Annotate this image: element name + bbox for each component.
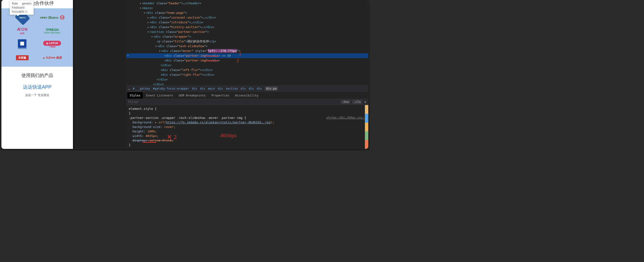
logo-aeon: ÆON永旺 — [9, 27, 36, 35]
crumb-section[interactable]: section — [226, 87, 238, 90]
logo-jingkelong: 京客隆 — [9, 54, 36, 62]
inspector-tooltip: Rolegeneric Keyboard-focusable — [10, 1, 34, 15]
styles-rules[interactable]: element.style { } styles.c92c…330ac.css:… — [126, 105, 368, 149]
logo-bravo: 永辉超市 Bravo YH — [39, 13, 65, 22]
cls-toggle[interactable]: .cls — [352, 100, 362, 104]
crumb-div[interactable]: div — [248, 87, 254, 90]
annotation-multiply-2: ✕ 2 — [167, 135, 177, 139]
tab-accessibility[interactable]: Accessibility — [232, 92, 261, 99]
tooltip-focus-label: Keyboard-focusable — [12, 6, 25, 13]
breadcrumb-dots-icon: … — [127, 52, 129, 57]
product-title: 使用我们的产品 — [4, 72, 70, 79]
crumb-gatsby[interactable]: #___gatsby — [133, 87, 150, 90]
logo-lotus: ◎ LOTUS卜蜂莲花 — [39, 40, 65, 48]
tooltip-role-value: generic — [22, 2, 32, 6]
partners-grid: Sam's 永辉超市 Bravo YH ÆON永旺 7FRESH京东旗下美食生鲜… — [2, 9, 73, 64]
tab-event-listeners[interactable]: Event Listeners — [144, 92, 176, 99]
hov-toggle[interactable]: :hov — [341, 100, 350, 104]
logo-inzone: ▲ InZone 银座 — [39, 54, 65, 62]
annotation-underline-2 — [206, 60, 218, 61]
product-area: 使用我们的产品 达达快送APP 达达一下 专业速达 — [2, 67, 73, 103]
crumb-div[interactable]: div — [257, 87, 262, 90]
app-window: 我们的合作伙伴 Sam's 永辉超市 Bravo YH ÆON永旺 7FRESH… — [2, 0, 368, 149]
styles-pane: Styles Event Listeners DOM Breakpoints P… — [126, 92, 368, 149]
product-subtitle: 达达一下 专业速达 — [4, 93, 70, 97]
stylesheet-link[interactable]: styles.c92c…330ac.css:7 — [326, 116, 366, 120]
crumb-div[interactable]: div — [200, 87, 205, 90]
annotation-number-1: 1 — [239, 51, 242, 56]
logo-7fresh: 7FRESH京东旗下美食生鲜超市 — [39, 27, 65, 35]
tab-dom-breakpoints[interactable]: DOM Breakpoints — [176, 92, 208, 99]
crumb-main[interactable]: main — [208, 87, 215, 90]
styles-tabs: Styles Event Listeners DOM Breakpoints P… — [126, 92, 368, 99]
crumb-div[interactable]: div — [241, 87, 246, 90]
new-style-rule-button[interactable]: + — [364, 100, 366, 104]
devtools-pane: ▸<header class="header">…</header> ▾<mai… — [126, 0, 368, 149]
annotation-neg-8050: -8050px — [219, 133, 237, 138]
elements-dom-tree[interactable]: ▸<header class="header">…</header> ▾<mai… — [126, 0, 368, 85]
rendered-page-pane: 我们的合作伙伴 Sam's 永辉超市 Bravo YH ÆON永旺 7FRESH… — [2, 0, 74, 149]
annotation-strike-display — [142, 142, 156, 143]
logo-parknshop: PARKnSHOP — [9, 40, 36, 48]
page-surface: 我们的合作伙伴 Sam's 永辉超市 Bravo YH ÆON永旺 7FRESH… — [2, 0, 73, 149]
annotation-underline-1 — [206, 56, 218, 56]
styles-filter-row: :hov .cls + — [126, 99, 368, 105]
partners-area: Sam's 永辉超市 Bravo YH ÆON永旺 7FRESH京东旗下美食生鲜… — [2, 8, 73, 67]
annotation-number-2: 2 — [236, 58, 239, 63]
styles-filter-input[interactable] — [126, 100, 339, 104]
logo-sams: Sam's — [9, 13, 36, 22]
crumb-focus-wrapper[interactable]: #gatsby-focus-wrapper — [153, 87, 189, 90]
breadcrumb-trail[interactable]: … #___gatsby #gatsby-focus-wrapper div d… — [126, 85, 368, 92]
crumb-div[interactable]: div — [218, 87, 223, 90]
inline-style-highlight: left: -278.775px — [208, 49, 237, 53]
dark-gap — [74, 0, 126, 149]
crumb-div[interactable]: div — [192, 87, 197, 90]
overview-palette — [365, 105, 368, 149]
not-focusable-icon — [25, 10, 28, 13]
tooltip-role-label: Role — [12, 2, 18, 6]
crumb-current[interactable]: div.pa — [265, 86, 278, 91]
tab-properties[interactable]: Properties — [209, 92, 232, 99]
tab-styles[interactable]: Styles — [127, 92, 143, 99]
product-app-link[interactable]: 达达快送APP — [4, 84, 70, 90]
selected-dom-node[interactable]: …<div class="partner-img"></div> == $0 — [126, 53, 368, 58]
